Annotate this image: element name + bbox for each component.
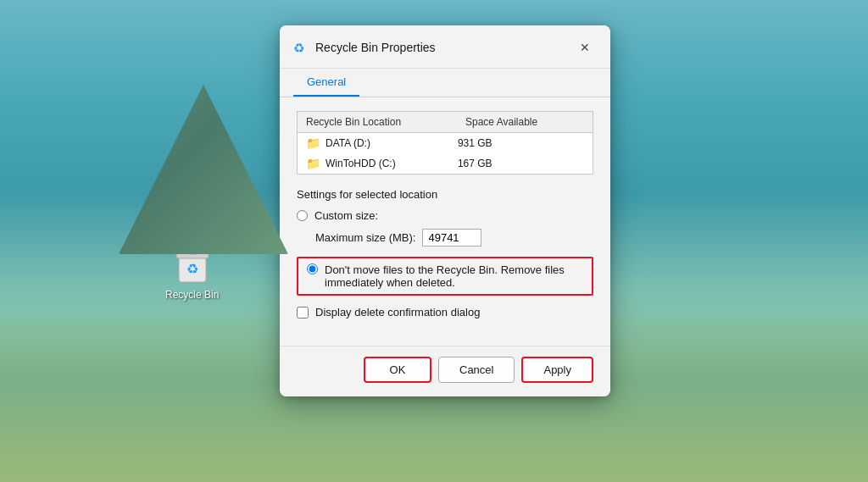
display-confirm-label: Display delete confirmation dialog <box>315 306 480 319</box>
folder-icon-2: 📁 <box>306 157 320 170</box>
row-1-space: 931 GB <box>458 137 584 149</box>
location-table: Recycle Bin Location Space Available 📁 D… <box>297 111 593 175</box>
dialog-title-left: ♻ Recycle Bin Properties <box>293 40 436 55</box>
svg-text:♻: ♻ <box>293 41 304 55</box>
apply-button[interactable]: Apply <box>521 357 593 383</box>
table-row[interactable]: 📁 WinToHDD (C:) 167 GB <box>298 153 593 174</box>
tab-bar: General <box>280 69 610 97</box>
svg-rect-1 <box>176 252 209 258</box>
row-2-location: 📁 WinToHDD (C:) <box>306 157 458 170</box>
radio-group: Custom size: Maximum size (MB): <box>297 209 593 247</box>
display-confirm-checkbox[interactable] <box>297 307 309 319</box>
tab-general[interactable]: General <box>293 69 359 97</box>
radio-dont-move: Don't move files to the Recycle Bin. Rem… <box>307 263 583 289</box>
ok-button[interactable]: OK <box>364 357 431 383</box>
close-button[interactable]: ✕ <box>573 36 597 59</box>
table-row[interactable]: 📁 DATA (D:) 931 GB <box>298 133 593 153</box>
recycle-bin-desktop-icon[interactable]: ♻ Recycle Bin <box>165 241 219 301</box>
dialog-title: Recycle Bin Properties <box>315 41 436 54</box>
size-input-row: Maximum size (MB): <box>297 229 593 247</box>
table-header: Recycle Bin Location Space Available <box>298 112 593 133</box>
dialog-body: Recycle Bin Location Space Available 📁 D… <box>280 97 610 346</box>
max-size-label: Maximum size (MB): <box>315 231 415 244</box>
svg-text:♻: ♻ <box>186 262 198 276</box>
display-confirm-checkbox-row: Display delete confirmation dialog <box>297 306 593 319</box>
recycle-bin-icon-image: ♻ <box>172 241 213 285</box>
dont-move-highlight-box: Don't move files to the Recycle Bin. Rem… <box>297 257 593 296</box>
desktop: ♻ Recycle Bin ♻ Recycle Bin Properties ✕… <box>0 0 868 482</box>
settings-label: Settings for selected location <box>297 188 593 201</box>
dialog-footer: OK Cancel Apply <box>280 346 610 396</box>
dialog-recycle-icon: ♻ <box>293 40 309 55</box>
dialog-titlebar: ♻ Recycle Bin Properties ✕ <box>280 25 610 69</box>
folder-icon-1: 📁 <box>306 136 320 150</box>
col-header-location: Recycle Bin Location <box>298 112 457 132</box>
svg-rect-2 <box>187 250 198 254</box>
col-header-space: Space Available <box>457 112 593 132</box>
recycle-bin-desktop-label: Recycle Bin <box>165 289 219 301</box>
cancel-button[interactable]: Cancel <box>438 357 515 383</box>
custom-size-label: Custom size: <box>314 209 378 222</box>
max-size-input[interactable] <box>422 229 481 247</box>
recycle-bin-properties-dialog: ♻ Recycle Bin Properties ✕ General Recyc… <box>280 25 610 396</box>
row-1-location: 📁 DATA (D:) <box>306 136 458 150</box>
row-2-space: 167 GB <box>458 158 584 169</box>
dont-move-label: Don't move files to the Recycle Bin. Rem… <box>325 263 583 289</box>
radio-custom-size: Custom size: <box>297 209 593 222</box>
dont-move-radio[interactable] <box>307 263 318 274</box>
custom-size-radio[interactable] <box>297 210 308 221</box>
